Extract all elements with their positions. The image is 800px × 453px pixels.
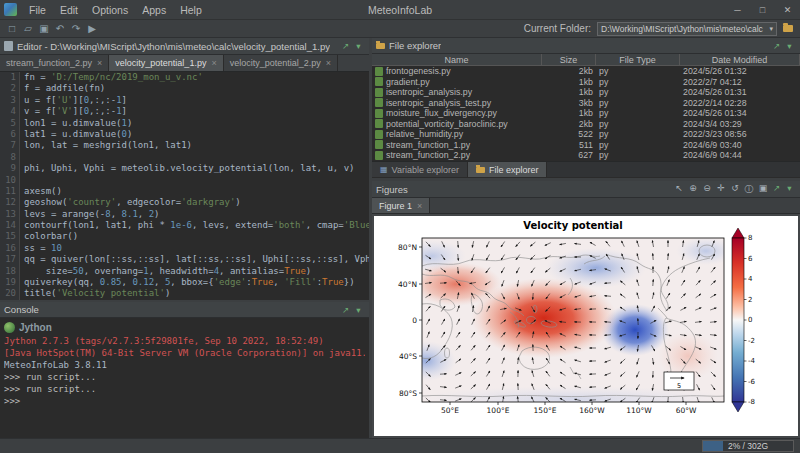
redo-icon[interactable]: ↷ bbox=[68, 20, 84, 37]
table-row[interactable]: relative_humidity.py522py2022/3/23 08:56 bbox=[372, 129, 800, 140]
undo-icon[interactable]: ↶ bbox=[52, 20, 68, 37]
table-row[interactable]: stream_function_2.py627py2024/6/9 04:44 bbox=[372, 150, 800, 161]
figure-canvas[interactable]: Velocity potential bbox=[374, 216, 798, 436]
code-line[interactable]: 2f = addfile(fn) bbox=[0, 83, 369, 94]
code-line[interactable]: 6lat1 = u.dimvalue(0) bbox=[0, 129, 369, 140]
minimize-button[interactable]: ─ bbox=[725, 0, 750, 20]
float-panel-icon[interactable]: ↗ bbox=[770, 41, 783, 51]
code-line[interactable]: 8 bbox=[0, 152, 369, 163]
console-output[interactable]: Jython Jython 2.7.3 (tags/v2.7.3:5f29801… bbox=[0, 318, 369, 438]
run-script-icon[interactable]: ▶ bbox=[84, 20, 100, 37]
column-header[interactable]: Size bbox=[542, 54, 596, 65]
save-icon[interactable]: ▣ bbox=[36, 20, 52, 37]
svg-text:2: 2 bbox=[748, 296, 752, 304]
table-row[interactable]: frontogenesis.py2kbpy2024/5/26 01:32 bbox=[372, 66, 800, 77]
editor-tab[interactable]: stream_function_2.py× bbox=[0, 55, 109, 71]
line-number: 12 bbox=[0, 197, 20, 208]
code-line[interactable]: 17qq = quiver(lon[::ss,::ss], lat[::ss,:… bbox=[0, 254, 369, 265]
float-panel-icon[interactable]: ↗ bbox=[339, 305, 352, 315]
line-number: 7 bbox=[0, 140, 20, 151]
column-header[interactable]: Name bbox=[372, 54, 542, 65]
figure-tab[interactable]: Figure 1 × bbox=[372, 198, 430, 213]
menu-options[interactable]: Options bbox=[85, 4, 135, 16]
menu-apps[interactable]: Apps bbox=[135, 4, 173, 16]
explorer-tab-file-explorer[interactable]: File explorer bbox=[468, 162, 548, 177]
code-area[interactable]: 1fn = 'D:/Temp/nc/2019_mon_u_v.nc'2f = a… bbox=[0, 72, 369, 300]
code-line[interactable]: 9phi, Uphi, Vphi = meteolib.velocity_pot… bbox=[0, 163, 369, 174]
file-table-body[interactable]: frontogenesis.py2kbpy2024/5/26 01:32grad… bbox=[372, 66, 800, 161]
code-line[interactable]: 10 bbox=[0, 175, 369, 186]
code-line[interactable]: 12geoshow('country', edgecolor='darkgray… bbox=[0, 197, 369, 208]
close-tab-icon[interactable]: × bbox=[326, 58, 331, 68]
code-line[interactable]: 14contourf(lon1, lat1, phi * 1e-6, levs,… bbox=[0, 220, 369, 231]
maximize-button[interactable]: □ bbox=[750, 0, 775, 20]
editor-title: Editor - D:\Working\MIScript\Jython\mis\… bbox=[17, 41, 330, 52]
float-panel-icon[interactable]: ↗ bbox=[339, 41, 352, 51]
code-line[interactable]: 5lon1 = u.dimvalue(1) bbox=[0, 118, 369, 129]
py-file-icon bbox=[375, 98, 383, 107]
line-number: 19 bbox=[0, 277, 20, 288]
svg-text:80°S: 80°S bbox=[399, 389, 417, 398]
collapse-panel-icon[interactable]: ▾ bbox=[783, 183, 796, 196]
code-line[interactable]: 1fn = 'D:/Temp/nc/2019_mon_u_v.nc' bbox=[0, 72, 369, 83]
explorer-tab-variable-explorer[interactable]: ▦Variable explorer bbox=[372, 162, 468, 177]
table-row[interactable]: isentropic_analysis.py1kbpy2024/5/26 01:… bbox=[372, 87, 800, 98]
folder-icon bbox=[376, 43, 385, 49]
code-line[interactable]: 11axesm() bbox=[0, 186, 369, 197]
line-number: 20 bbox=[0, 288, 20, 299]
py-file-icon bbox=[375, 140, 383, 149]
table-row[interactable]: gradient.py1kbpy2022/2/7 04:12 bbox=[372, 77, 800, 88]
identify-icon[interactable]: ⓘ bbox=[742, 183, 756, 196]
code-line[interactable]: 16ss = 10 bbox=[0, 243, 369, 254]
table-row[interactable]: isentropic_analysis_test.py3kbpy2022/2/1… bbox=[372, 98, 800, 109]
column-header[interactable]: Date Modified bbox=[680, 54, 800, 65]
code-line[interactable]: 4v = f['V'][0,:,:-1] bbox=[0, 106, 369, 117]
collapse-panel-icon[interactable]: ▾ bbox=[352, 41, 365, 51]
editor-tab-label: stream_function_2.py bbox=[6, 58, 92, 68]
new-file-icon[interactable]: □ bbox=[4, 20, 20, 37]
column-header[interactable]: File Type bbox=[596, 54, 680, 65]
chevron-down-icon[interactable]: ▾ bbox=[769, 25, 773, 33]
menubar: FileEditOptionsAppsHelp bbox=[22, 4, 209, 16]
open-file-icon[interactable]: ▱ bbox=[20, 20, 36, 37]
menu-edit[interactable]: Edit bbox=[53, 4, 85, 16]
table-row[interactable]: potential_vorticity_baroclinic.py2kbpy20… bbox=[372, 119, 800, 130]
collapse-panel-icon[interactable]: ▾ bbox=[352, 305, 365, 315]
code-line[interactable]: 7lon, lat = meshgrid(lon1, lat1) bbox=[0, 140, 369, 151]
table-row[interactable]: moisture_flux_divergency.py1kbpy2024/5/2… bbox=[372, 108, 800, 119]
code-line[interactable]: 15colorbar() bbox=[0, 231, 369, 242]
menu-help[interactable]: Help bbox=[173, 4, 209, 16]
svg-text:-2: -2 bbox=[748, 337, 755, 345]
editor-tab[interactable]: velocity_potential_2.py× bbox=[224, 55, 338, 71]
collapse-panel-icon[interactable]: ▾ bbox=[783, 41, 796, 51]
zoom-in-icon[interactable]: ⊕ bbox=[686, 183, 700, 196]
code-line[interactable]: 20title('Velocity potential') bbox=[0, 288, 369, 299]
code-line[interactable]: 3u = f['U'][0,:,:-1] bbox=[0, 95, 369, 106]
close-tab-icon[interactable]: × bbox=[211, 58, 216, 68]
close-tab-icon[interactable]: × bbox=[97, 58, 102, 68]
current-folder-combo[interactable]: D:\Working\MIScript\Jython\mis\meteo\cal… bbox=[597, 22, 777, 36]
float-panel-icon[interactable]: ↗ bbox=[770, 183, 783, 196]
editor-tab[interactable]: velocity_potential_1.py× bbox=[109, 55, 223, 71]
file-explorer-header: File explorer ↗▾ bbox=[372, 38, 800, 54]
file-explorer-title: File explorer bbox=[389, 40, 441, 51]
table-row[interactable]: stream_function_1.py511py2024/6/9 03:40 bbox=[372, 140, 800, 151]
svg-text:110°W: 110°W bbox=[626, 406, 652, 415]
memory-progress-text: 2% / 302G bbox=[703, 441, 793, 452]
code-line[interactable]: 18 size=50, overhang=1, headwidth=4, ant… bbox=[0, 266, 369, 277]
menu-file[interactable]: File bbox=[22, 4, 53, 16]
code-line[interactable]: 13levs = arange(-8, 8.1, 2) bbox=[0, 209, 369, 220]
svg-text:0: 0 bbox=[748, 316, 752, 324]
zoom-out-icon[interactable]: ⊖ bbox=[700, 183, 714, 196]
browse-folder-button[interactable] bbox=[780, 22, 796, 36]
file-table-header: NameSizeFile TypeDate Modified bbox=[372, 54, 800, 66]
close-tab-icon[interactable]: × bbox=[417, 201, 422, 211]
console-line: Jython 2.7.3 (tags/v2.7.3:5f29801fe, Sep… bbox=[4, 335, 365, 347]
close-button[interactable]: ✕ bbox=[775, 0, 800, 20]
svg-text:-8: -8 bbox=[748, 398, 755, 406]
save-figure-icon[interactable]: ▣ bbox=[756, 183, 770, 196]
full-extent-icon[interactable]: ↺ bbox=[728, 183, 742, 196]
pan-icon[interactable]: ✛ bbox=[714, 183, 728, 196]
select-arrow-icon[interactable]: ↖ bbox=[672, 183, 686, 196]
code-line[interactable]: 19quiverkey(qq, 0.85, 0.12, 5, bbox={'ed… bbox=[0, 277, 369, 288]
